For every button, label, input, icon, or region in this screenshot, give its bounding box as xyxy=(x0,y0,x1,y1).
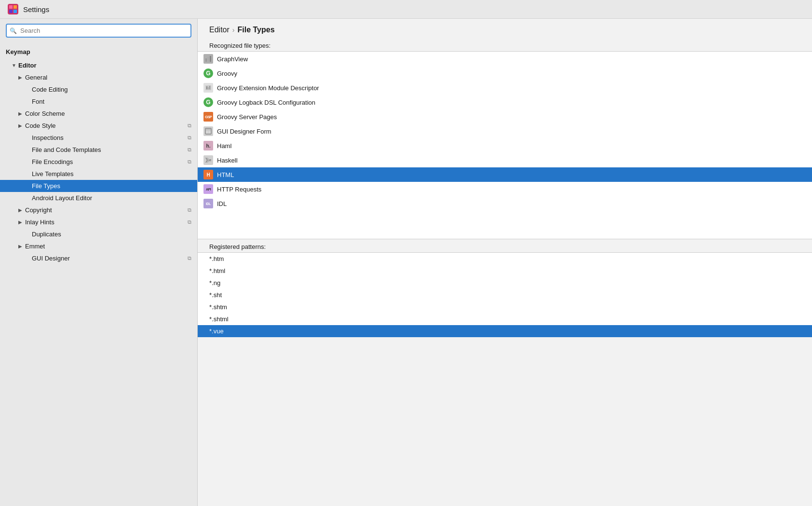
haml-icon: h. xyxy=(203,141,213,150)
http-icon: API xyxy=(203,184,213,194)
groovy-icon: G xyxy=(203,68,213,78)
file-type-haskell[interactable]: Haskell xyxy=(198,153,812,167)
sidebar-item-inspections[interactable]: ▶ Inspections ⧉ xyxy=(0,132,197,144)
sidebar-item-file-types[interactable]: ▶ File Types xyxy=(0,180,197,192)
app-icon xyxy=(8,4,18,14)
editor-expand-arrow: ▼ xyxy=(12,63,18,68)
sidebar: 🔍 Keymap ▼ Editor ▶ General ▶ Code Editi… xyxy=(0,19,198,506)
file-type-gui[interactable]: GUI Designer Form xyxy=(198,124,812,138)
file-type-groovy-ext-label: Groovy Extension Module Descriptor xyxy=(217,84,319,92)
file-type-idl[interactable]: IDL IDL xyxy=(198,196,812,211)
idl-icon: IDL xyxy=(203,199,213,208)
code-style-arrow: ▶ xyxy=(18,123,25,128)
sidebar-item-editor[interactable]: ▼ Editor xyxy=(0,59,197,71)
file-type-idl-label: IDL xyxy=(217,200,227,207)
pattern-shtm[interactable]: *.shtm xyxy=(198,301,812,313)
patterns-list: *.htm *.html *.ng *.sht *.shtm *.shtml *… xyxy=(198,252,812,337)
search-input[interactable] xyxy=(6,24,191,38)
sidebar-item-copyright[interactable]: ▶ Copyright ⧉ xyxy=(0,204,197,216)
sidebar-item-emmet[interactable]: ▶ Emmet xyxy=(0,240,197,252)
file-type-groovy-logback[interactable]: G Groovy Logback DSL Configuration xyxy=(198,95,812,109)
sidebar-item-file-and-code-templates[interactable]: ▶ File and Code Templates ⧉ xyxy=(0,144,197,156)
pattern-htm[interactable]: *.htm xyxy=(198,253,812,265)
file-type-gui-label: GUI Designer Form xyxy=(217,128,271,135)
sidebar-item-file-encodings[interactable]: ▶ File Encodings ⧉ xyxy=(0,156,197,168)
keymap-header[interactable]: Keymap xyxy=(0,44,197,59)
sidebar-item-android-layout-editor-label: Android Layout Editor xyxy=(32,194,191,202)
gui-icon xyxy=(203,126,213,136)
patterns-section: Registered patterns: *.htm *.html *.ng *… xyxy=(198,239,812,337)
sidebar-item-file-and-code-templates-label: File and Code Templates xyxy=(32,146,186,153)
file-type-groovy[interactable]: G Groovy xyxy=(198,66,812,81)
content-body: Recognized file types: GraphView G Groov… xyxy=(198,39,812,506)
file-type-graphview-label: GraphView xyxy=(217,55,248,63)
file-type-groovy-logback-label: Groovy Logback DSL Configuration xyxy=(217,99,315,106)
sidebar-item-android-layout-editor[interactable]: ▶ Android Layout Editor xyxy=(0,192,197,204)
gsp-icon: GSP xyxy=(203,112,213,122)
svg-rect-1 xyxy=(9,5,13,9)
general-expand-arrow: ▶ xyxy=(18,75,25,80)
window-title: Settings xyxy=(23,5,49,14)
svg-rect-6 xyxy=(208,57,209,62)
code-style-copy-icon: ⧉ xyxy=(188,123,191,129)
svg-rect-2 xyxy=(14,5,17,9)
main-container: 🔍 Keymap ▼ Editor ▶ General ▶ Code Editi… xyxy=(0,19,812,506)
sidebar-item-code-editing-label: Code Editing xyxy=(32,86,191,93)
pattern-ng[interactable]: *.ng xyxy=(198,277,812,289)
title-bar: Settings xyxy=(0,0,812,19)
emmet-arrow: ▶ xyxy=(18,244,25,249)
sidebar-item-file-encodings-label: File Encodings xyxy=(32,158,186,165)
html-icon: H xyxy=(203,170,213,179)
inspections-copy-icon: ⧉ xyxy=(188,135,191,141)
breadcrumb: Editor › File Types xyxy=(198,19,812,39)
file-type-groovy-ext[interactable]: Groovy Extension Module Descriptor xyxy=(198,81,812,95)
pattern-shtml[interactable]: *.shtml xyxy=(198,313,812,325)
sidebar-item-code-style[interactable]: ▶ Code Style ⧉ xyxy=(0,120,197,132)
file-type-haml-label: Haml xyxy=(217,142,231,150)
sidebar-item-emmet-label: Emmet xyxy=(25,243,191,250)
gui-designer-copy-icon: ⧉ xyxy=(188,255,191,261)
sidebar-item-general[interactable]: ▶ General xyxy=(0,71,197,83)
groovy-logback-icon: G xyxy=(203,97,213,107)
file-encodings-copy-icon: ⧉ xyxy=(188,159,191,165)
svg-rect-5 xyxy=(205,58,207,62)
sidebar-item-color-scheme[interactable]: ▶ Color Scheme xyxy=(0,108,197,120)
sidebar-item-code-editing[interactable]: ▶ Code Editing xyxy=(0,83,197,96)
svg-rect-3 xyxy=(9,10,13,13)
breadcrumb-parent[interactable]: Editor xyxy=(209,26,230,34)
search-wrapper: 🔍 xyxy=(6,24,191,38)
svg-rect-13 xyxy=(206,129,211,130)
sidebar-item-font-label: Font xyxy=(32,98,191,105)
sidebar-item-live-templates[interactable]: ▶ Live Templates xyxy=(0,168,197,180)
sidebar-item-inspections-label: Inspections xyxy=(32,134,186,141)
svg-rect-10 xyxy=(208,87,209,89)
groovy-ext-icon xyxy=(203,83,213,93)
file-type-html[interactable]: H HTML xyxy=(198,167,812,182)
sidebar-item-duplicates[interactable]: ▶ Duplicates xyxy=(0,228,197,240)
color-scheme-arrow: ▶ xyxy=(18,111,25,116)
file-code-templates-copy-icon: ⧉ xyxy=(188,147,191,153)
sidebar-item-duplicates-label: Duplicates xyxy=(32,231,191,238)
sidebar-item-file-types-label: File Types xyxy=(32,182,191,190)
sidebar-item-gui-designer-label: GUI Designer xyxy=(32,255,186,262)
sidebar-item-font[interactable]: ▶ Font xyxy=(0,96,197,108)
inlay-hints-copy-icon: ⧉ xyxy=(188,219,191,225)
sidebar-item-inlay-hints[interactable]: ▶ Inlay Hints ⧉ xyxy=(0,216,197,228)
file-type-http[interactable]: API HTTP Requests xyxy=(198,182,812,196)
file-type-haml[interactable]: h. Haml xyxy=(198,138,812,153)
sidebar-item-inlay-hints-label: Inlay Hints xyxy=(25,219,186,226)
sidebar-item-gui-designer[interactable]: ▶ GUI Designer ⧉ xyxy=(0,252,197,264)
file-type-graphview[interactable]: GraphView xyxy=(198,52,812,66)
pattern-sht[interactable]: *.sht xyxy=(198,289,812,301)
copyright-copy-icon: ⧉ xyxy=(188,207,191,213)
file-type-gsp[interactable]: GSP Groovy Server Pages xyxy=(198,109,812,124)
sidebar-item-editor-label: Editor xyxy=(18,62,191,69)
file-type-gsp-label: Groovy Server Pages xyxy=(217,113,277,121)
sidebar-item-code-style-label: Code Style xyxy=(25,122,186,129)
pattern-vue[interactable]: *.vue xyxy=(198,325,812,337)
svg-rect-19 xyxy=(209,161,211,162)
pattern-html[interactable]: *.html xyxy=(198,265,812,277)
svg-rect-11 xyxy=(209,86,210,89)
sidebar-scroll: Keymap ▼ Editor ▶ General ▶ Code Editing… xyxy=(0,42,197,506)
haskell-icon xyxy=(203,155,213,165)
